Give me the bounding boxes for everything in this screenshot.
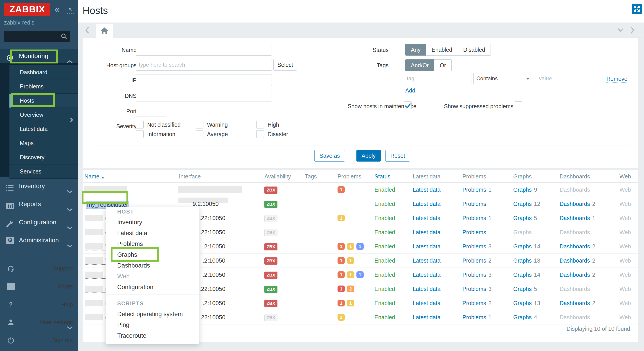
latest-data-link[interactable]: Latest data (413, 215, 440, 221)
dashboards-link[interactable]: Dashboards (560, 272, 590, 278)
problems-link[interactable]: Problems (462, 300, 486, 306)
context-menu-item-detect-os[interactable]: Detect operating system (117, 311, 183, 318)
context-menu-item-inventory[interactable]: Inventory (117, 219, 142, 226)
sidebar-item-problems[interactable]: Problems (10, 80, 78, 94)
severity-not-classified-checkbox[interactable] (136, 121, 144, 128)
problems-link[interactable]: Problems (462, 229, 486, 235)
problems-link[interactable]: Problems (462, 286, 486, 292)
dashboards-link[interactable]: Dashboards (560, 215, 590, 221)
tab-home[interactable] (96, 24, 113, 38)
sidebar-item-administration[interactable]: ⚙ Administration (0, 233, 78, 247)
remove-tag-link[interactable]: Remove (606, 76, 627, 82)
add-tag-link[interactable]: Add (405, 87, 415, 94)
problems-link[interactable]: Problems (462, 201, 486, 207)
dashboards-link[interactable]: Dashboards (560, 243, 590, 250)
graphs-link[interactable]: Graphs (513, 286, 532, 292)
dashboards-link[interactable]: Dashboards (560, 201, 590, 207)
problems-link[interactable]: Problems (462, 215, 486, 221)
status-any-option[interactable]: Any (405, 44, 426, 56)
apply-button[interactable]: Apply (356, 150, 381, 162)
latest-data-link[interactable]: Latest data (413, 314, 440, 320)
context-menu-item-traceroute[interactable]: Traceroute (117, 332, 146, 339)
undock-sidebar-icon[interactable]: ↖ (66, 6, 74, 14)
graphs-link[interactable]: Graphs (513, 258, 532, 264)
status-disabled-option[interactable]: Disabled (458, 44, 491, 56)
host-status[interactable]: Enabled (374, 211, 395, 225)
graphs-link[interactable]: Graphs (513, 300, 532, 306)
severity-information-checkbox[interactable] (136, 130, 144, 138)
host-status[interactable]: Enabled (374, 240, 395, 254)
latest-data-link[interactable]: Latest data (413, 258, 440, 264)
latest-data-link[interactable]: Latest data (413, 229, 440, 235)
sidebar-item-latest-data[interactable]: Latest data (10, 122, 78, 136)
tags-andor-option[interactable]: And/Or (405, 60, 434, 71)
severity-warning-checkbox[interactable] (196, 121, 204, 128)
graphs-link[interactable]: Graphs (513, 215, 532, 221)
host-status[interactable]: Enabled (374, 296, 395, 310)
sidebar-item-configuration[interactable]: Configuration (0, 215, 78, 229)
graphs-link[interactable]: Graphs (513, 186, 532, 193)
problems-link[interactable]: Problems (462, 272, 486, 278)
host-status[interactable]: Enabled (374, 282, 395, 296)
reset-button[interactable]: Reset (386, 150, 410, 162)
context-menu-item-ping[interactable]: Ping (117, 322, 130, 328)
context-menu-item-configuration[interactable]: Configuration (117, 284, 154, 291)
severity-high-checkbox[interactable] (256, 121, 264, 128)
sidebar-item-discovery[interactable]: Discovery (10, 150, 78, 164)
graphs-link[interactable]: Graphs (513, 201, 532, 207)
problems-link[interactable]: Problems (462, 243, 486, 250)
sidebar-item-help[interactable]: ? Help (0, 298, 78, 312)
name-input[interactable] (136, 44, 272, 56)
host-status[interactable]: Enabled (374, 225, 395, 240)
latest-data-link[interactable]: Latest data (413, 272, 440, 278)
sidebar-item-reports[interactable]: Reports (0, 197, 78, 211)
tab-list-dropdown-icon[interactable] (617, 28, 624, 33)
latest-data-link[interactable]: Latest data (413, 243, 440, 250)
sidebar-item-services[interactable]: Services (10, 164, 78, 179)
latest-data-link[interactable]: Latest data (413, 186, 440, 193)
maintenance-checkbox[interactable] (404, 102, 412, 109)
context-menu-item-latest-data[interactable]: Latest data (117, 230, 148, 237)
sidebar-item-user-settings[interactable]: User settings (0, 315, 78, 329)
graphs-link[interactable]: Graphs (513, 243, 532, 250)
latest-data-link[interactable]: Latest data (413, 286, 440, 292)
context-menu-item-problems[interactable]: Problems (117, 240, 143, 248)
problems-link[interactable]: Problems (462, 258, 486, 264)
tags-or-option[interactable]: Or (434, 60, 452, 71)
ip-input[interactable] (136, 74, 272, 86)
tag-value-input[interactable] (536, 73, 603, 84)
host-status[interactable]: Enabled (374, 268, 395, 282)
tag-input[interactable] (404, 73, 472, 84)
severity-average-checkbox[interactable] (196, 130, 204, 138)
dashboards-link[interactable]: Dashboards (560, 300, 590, 306)
kiosk-mode-button[interactable] (632, 4, 642, 14)
host-status[interactable]: Enabled (374, 183, 395, 197)
tag-operator-select[interactable]: Contains (474, 73, 533, 84)
sidebar-item-inventory[interactable]: Inventory (0, 179, 78, 193)
sidebar-item-maps[interactable]: Maps (10, 136, 78, 150)
select-button[interactable]: Select (274, 59, 297, 71)
host-status[interactable]: Enabled (374, 254, 395, 268)
latest-data-link[interactable]: Latest data (413, 201, 440, 207)
tab-scroll-left-icon[interactable] (84, 26, 90, 35)
sidebar-item-sign-out[interactable]: Sign out (0, 333, 78, 347)
host-status[interactable]: Enabled (374, 197, 395, 211)
graphs-link[interactable]: Graphs (513, 272, 532, 278)
column-header-name[interactable]: Name ▲ (84, 170, 105, 183)
sidebar-item-share[interactable]: Z Share (0, 280, 78, 294)
collapse-sidebar-icon[interactable]: « (55, 4, 60, 14)
status-enabled-option[interactable]: Enabled (426, 44, 458, 56)
suppressed-checkbox[interactable] (514, 102, 522, 109)
dashboards-link[interactable]: Dashboards (560, 258, 590, 264)
severity-disaster-checkbox[interactable] (256, 130, 264, 138)
dns-input[interactable] (136, 90, 272, 102)
host-groups-input[interactable] (136, 59, 272, 71)
column-header-status[interactable]: Status (374, 170, 390, 183)
host-status[interactable]: Enabled (374, 310, 395, 324)
tab-scroll-right-icon[interactable] (630, 26, 635, 35)
port-input[interactable] (136, 105, 166, 117)
sidebar-item-dashboard[interactable]: Dashboard (10, 65, 78, 80)
zabbix-logo[interactable]: ZABBIX (4, 3, 50, 16)
save-as-button[interactable]: Save as (314, 150, 345, 162)
sidebar-item-overview[interactable]: Overview (10, 108, 78, 122)
